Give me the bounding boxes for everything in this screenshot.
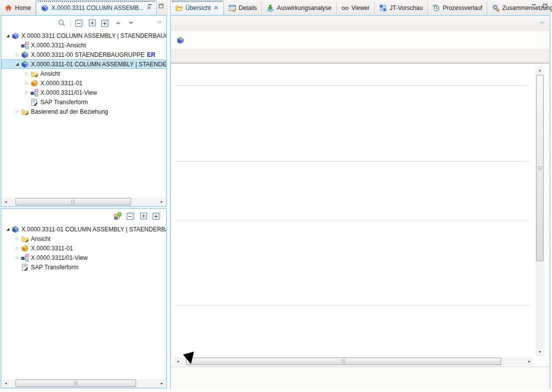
tree-item-label: SAP Transferform [31,264,78,271]
tree-item-ansicht[interactable]: ▷Ansicht [1,69,166,78]
tree-item-label: Ansicht [40,70,60,77]
scroll-right-icon[interactable]: ▸ [158,197,166,206]
bomview-icon [21,254,29,262]
composition-icon [492,4,500,12]
cube-green-icon [21,51,29,59]
tree-item-label: X.0000.3311/01-View [40,89,97,96]
tree-item-label: X.0000.3311-01 [40,80,83,87]
expander-icon[interactable]: ◢ [4,33,11,38]
arrow-down-icon[interactable] [127,18,136,27]
scroll-left-icon[interactable]: ◂ [1,197,10,206]
scrollbar-thumb[interactable] [186,358,501,365]
content-vscrollbar[interactable]: ▴ ▾ [536,66,544,356]
scrollbar-thumb[interactable] [15,380,136,387]
expander-icon[interactable]: ▷ [13,236,21,241]
maximize-icon[interactable] [157,2,166,10]
scrollbar-thumb[interactable] [536,75,544,261]
expand-all-icon[interactable] [152,211,161,220]
bomview-icon [21,41,29,49]
package-icon[interactable] [113,211,122,220]
tree-item-x-0000-3311-01[interactable]: ▷X.0000.3311-01 [1,78,166,88]
status-suffix: ER [147,51,156,58]
tree-item-label: X.0000.3311-01 COLUMN ASSEMBLY | STAENDE… [21,226,166,233]
scroll-left-icon[interactable]: ◂ [1,379,10,388]
left-editor-tabbar: HomeX.0000.3311 COLUMN ASSEMB... [0,0,168,15]
expand-icon[interactable] [88,18,97,27]
tree-item-label: Ansicht [31,235,50,242]
divider [176,220,529,220]
expander-icon[interactable]: ◢ [4,227,11,231]
expander-icon[interactable]: ▷ [13,52,21,57]
structure-tree-panel: ◢X.0000.3311 COLUMN ASSEMBLY | STAENDERB… [0,15,167,207]
cube-green-icon [11,225,19,233]
expander-icon[interactable]: ▷ [23,71,30,76]
tree-item-x-0000-3311-00-staenderbaugruppe[interactable]: ▷X.0000.3311-00 STAENDERBAUGRUPPEER [1,50,166,59]
expander-icon[interactable]: ◢ [13,62,21,66]
tree-item-x-0000-3311-01-column-assembly-staender[interactable]: ◢X.0000.3311-01 COLUMN ASSEMBLY | STAEND… [1,59,166,69]
divider [176,305,529,306]
expander-icon[interactable]: ▷ [13,109,21,114]
cube-blue-icon [11,32,19,40]
tree-item-ansicht[interactable]: ▷Ansicht [1,234,166,243]
scroll-left-icon[interactable]: ◂ [174,357,182,366]
expander-icon[interactable]: ▷ [13,246,21,250]
tab-label: Viewer [352,4,369,11]
maximize-icon[interactable] [541,2,550,10]
folder-icon [21,108,29,116]
tab-details[interactable]: Details [224,1,262,15]
tab-auswirkungsanalyse[interactable]: Auswirkungsanalyse [262,1,336,15]
view-menu-icon[interactable] [156,19,163,27]
overview-toolbar [171,16,550,31]
process-icon [432,4,440,12]
tree-item-basierend-auf-der-beziehung[interactable]: ▷Basierend auf der Beziehung [1,107,166,116]
tree-item-label: X.0000.3311-Ansicht [31,42,86,49]
view-menu-icon[interactable] [539,19,546,28]
jt-icon [379,4,387,12]
details-icon [228,4,236,12]
tree-item-x-0000-3311-01-view[interactable]: ▷X.0000.3311/01-View [1,253,166,262]
tab-x-0000-3311-column-assemb[interactable]: X.0000.3311 COLUMN ASSEMB... [36,0,157,15]
divider [70,19,71,27]
scroll-right-icon[interactable]: ▸ [525,357,534,366]
minimize-icon[interactable] [530,2,539,10]
scroll-up-icon[interactable]: ▴ [536,66,544,74]
tab-viewer[interactable]: Viewer [337,1,374,15]
tree-item-sap-transferform[interactable]: SAP Transferform [1,97,166,107]
tab-label: Details [239,4,257,11]
tab-prozessverlauf[interactable]: Prozessverlauf [428,1,487,15]
collapse-all-icon[interactable] [75,18,84,27]
tree-item-label: X.0000.3311-00 STAENDERBAUGRUPPE [31,51,145,58]
content-hscrollbar[interactable]: ◂ ▸ [174,357,534,366]
scrollbar-thumb[interactable] [15,198,131,205]
close-icon[interactable] [213,5,219,10]
expander-icon[interactable]: ▷ [23,81,30,85]
tree-item-x-0000-3311-column-assembly-staenderbaug[interactable]: ◢X.0000.3311 COLUMN ASSEMBLY | STAENDERB… [1,31,166,40]
expander-icon[interactable]: ▷ [13,255,21,260]
lower-tree-hscrollbar[interactable]: ◂ ▸ [1,379,166,388]
tree-item-sap-transferform[interactable]: SAP Transferform [1,262,166,272]
expander-icon[interactable]: ▷ [23,90,30,95]
scroll-right-icon[interactable]: ▸ [158,379,166,388]
tab-übersicht[interactable]: Übersicht [170,0,224,15]
expand-all-icon[interactable] [101,18,110,27]
minimize-icon[interactable] [146,2,155,10]
tab-home[interactable]: Home [0,1,36,15]
arrow-up-icon[interactable] [114,18,123,27]
right-panel-window-buttons [530,2,550,10]
tab-jt-vorschau[interactable]: JT-Vorschau [374,1,428,15]
object-title-row [171,32,550,48]
upper-tree-hscrollbar[interactable]: ◂ ▸ [1,197,166,206]
collapse-all-icon[interactable] [126,211,135,220]
divider [176,161,529,162]
left-panel-window-buttons [146,2,166,10]
tree-item-x-0000-3311-01-column-assembly-staenderb[interactable]: ◢X.0000.3311-01 COLUMN ASSEMBLY | STAEND… [1,224,166,234]
expand-icon[interactable] [139,211,148,220]
search-icon[interactable] [57,18,66,27]
scroll-down-icon[interactable]: ▾ [536,348,544,356]
tree-item-x-0000-3311-ansicht[interactable]: X.0000.3311-Ansicht [1,40,166,50]
tree-item-label: Basierend auf der Beziehung [31,108,108,115]
tree-item-label: SAP Transferform [40,99,88,106]
folder-icon [21,235,29,243]
tree-item-x-0000-3311-01-view[interactable]: ▷X.0000.3311/01-View [1,88,166,97]
tree-item-x-0000-3311-01[interactable]: ▷X.0000.3311-01 [1,243,166,253]
